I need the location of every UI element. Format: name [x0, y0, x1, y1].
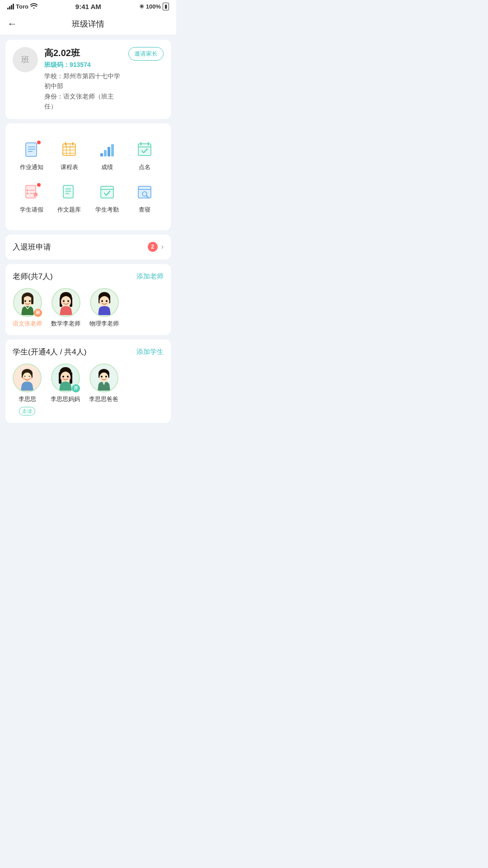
join-chevron: › — [161, 243, 164, 251]
svg-point-57 — [106, 300, 108, 302]
svg-rect-0 — [26, 143, 37, 156]
svg-point-72 — [60, 377, 63, 379]
invite-parent-button[interactable]: 邀请家长 — [128, 47, 164, 61]
student-name-3: 李思思爸爸 — [89, 395, 118, 403]
composition-label: 作文题库 — [57, 206, 81, 214]
teacher-avatar-1: 班 — [13, 288, 42, 317]
page-title: 班级详情 — [72, 19, 104, 29]
students-title: 学生(开通4人 / 共4人) — [13, 347, 86, 357]
svg-point-55 — [99, 296, 109, 307]
head-teacher-badge: 班 — [34, 309, 42, 317]
teacher-avatar-2 — [52, 288, 80, 317]
svg-rect-14 — [108, 147, 110, 156]
svg-point-49 — [61, 301, 64, 304]
signal-icon — [7, 4, 14, 9]
teacher-avatar-3 — [90, 288, 119, 317]
main-content: 班 高2.02班 班级码：913574 学校：郑州市第四十七中学初中部 身份：语… — [0, 35, 176, 432]
attendance-icon — [135, 140, 155, 160]
class-details: 高2.02班 班级码：913574 学校：郑州市第四十七中学初中部 身份：语文张… — [44, 47, 122, 112]
teacher-item-1[interactable]: 班 语文张老师 — [13, 288, 42, 328]
svg-point-73 — [68, 377, 71, 379]
open-badge: 开 — [72, 384, 80, 392]
battery-icon: ▮ — [163, 3, 169, 10]
svg-point-56 — [101, 300, 103, 302]
feature-schedule[interactable]: 课程表 — [51, 134, 89, 177]
student-item-3[interactable]: 李思思爸爸 — [89, 363, 118, 415]
svg-point-80 — [105, 376, 107, 377]
add-teacher-button[interactable]: 添加老师 — [136, 272, 164, 281]
study-label: 学生考勤 — [95, 206, 119, 214]
feature-homework[interactable]: 作业通知 — [13, 134, 51, 177]
carrier-name: Toro — [16, 3, 28, 10]
composition-icon — [59, 182, 79, 202]
attendance-label: 点名 — [139, 163, 150, 171]
feature-dormitory[interactable]: 查寝 — [126, 177, 164, 219]
svg-point-70 — [62, 376, 64, 377]
teacher-name-2: 数学李老师 — [51, 320, 80, 328]
svg-rect-16 — [138, 144, 151, 156]
feature-leave[interactable]: 学生请假 — [13, 177, 51, 219]
schedule-icon — [59, 140, 79, 160]
class-code: 班级码：913574 — [44, 61, 122, 69]
svg-point-63 — [22, 377, 25, 380]
grades-label: 成绩 — [101, 163, 113, 171]
class-avatar: 班 — [13, 47, 38, 72]
teachers-section: 老师(共7人) 添加老师 — [5, 264, 171, 335]
leave-icon — [22, 182, 42, 202]
student-tag-1: 走读 — [19, 407, 35, 415]
student-avatar-2: 开 — [51, 363, 80, 392]
dormitory-label: 查寝 — [139, 206, 150, 214]
wifi-icon — [30, 3, 38, 10]
feature-attendance[interactable]: 点名 — [126, 134, 164, 177]
teacher-name-3: 物理李老师 — [89, 320, 119, 328]
svg-point-50 — [68, 301, 71, 304]
student-item-2[interactable]: 开 李思思妈妈 — [51, 363, 80, 415]
teachers-list: 班 语文张老师 — [13, 288, 164, 328]
back-button[interactable]: ← — [7, 18, 17, 30]
svg-rect-4 — [63, 144, 75, 156]
status-left: Toro — [7, 3, 38, 10]
svg-rect-13 — [104, 150, 107, 156]
dormitory-icon — [135, 182, 155, 202]
class-info-card: 班 高2.02班 班级码：913574 学校：郑州市第四十七中学初中部 身份：语… — [5, 40, 171, 119]
svg-point-64 — [29, 377, 32, 380]
feature-study[interactable]: 学生考勤 — [88, 177, 126, 219]
join-title: 入退班申请 — [13, 242, 51, 252]
students-header: 学生(开通4人 / 共4人) 添加学生 — [13, 347, 164, 357]
svg-rect-29 — [101, 186, 113, 198]
leave-label: 学生请假 — [20, 206, 43, 214]
battery-percent: 100% — [146, 3, 161, 10]
teachers-title: 老师(共7人) — [13, 271, 53, 282]
status-bar: Toro 9:41 AM ✳ 100% ▮ — [0, 0, 176, 13]
svg-point-79 — [101, 376, 103, 377]
bluetooth-icon: ✳ — [139, 3, 144, 10]
features-grid: 作业通知 课程表 — [13, 131, 164, 223]
class-name: 高2.02班 — [44, 47, 122, 59]
homework-label: 作业通知 — [20, 163, 43, 171]
svg-point-21 — [27, 189, 28, 191]
svg-point-41 — [29, 300, 31, 302]
teacher-item-3[interactable]: 物理李老师 — [89, 288, 119, 328]
student-item-1[interactable]: 李思思 走读 — [13, 363, 42, 415]
add-student-button[interactable]: 添加学生 — [136, 348, 164, 356]
join-section[interactable]: 入退班申请 2 › — [5, 235, 171, 259]
students-list: 李思思 走读 — [13, 363, 164, 415]
teacher-name-1: 语文张老师 — [13, 320, 42, 328]
svg-point-23 — [27, 193, 28, 194]
teacher-item-2[interactable]: 数学李老师 — [51, 288, 80, 328]
feature-composition[interactable]: 作文题库 — [51, 177, 89, 219]
schedule-label: 课程表 — [61, 163, 78, 171]
features-card: 作业通知 课程表 — [5, 123, 171, 230]
feature-grades[interactable]: 成绩 — [88, 134, 126, 177]
class-school: 学校：郑州市第四十七中学初中部 — [44, 71, 122, 91]
grades-icon — [97, 140, 117, 160]
svg-rect-25 — [63, 185, 73, 198]
study-icon — [97, 182, 117, 202]
svg-rect-12 — [100, 153, 103, 156]
student-name-2: 李思思妈妈 — [51, 395, 80, 403]
students-section: 学生(开通4人 / 共4人) 添加学生 — [5, 340, 171, 423]
svg-point-78 — [99, 373, 108, 382]
join-badge: 2 — [148, 242, 158, 252]
homework-icon — [22, 140, 42, 160]
student-avatar-3 — [89, 363, 118, 392]
